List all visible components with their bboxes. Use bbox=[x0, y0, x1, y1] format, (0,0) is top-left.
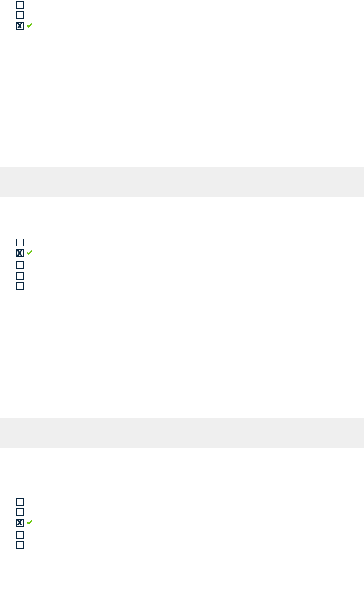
checkbox-unchecked[interactable] bbox=[16, 531, 24, 539]
checkbox-unchecked[interactable] bbox=[16, 282, 24, 290]
checkbox-unchecked[interactable] bbox=[16, 541, 24, 549]
option-row bbox=[16, 282, 348, 290]
options-list-2 bbox=[16, 239, 348, 290]
option-row bbox=[16, 11, 348, 19]
checkbox-unchecked[interactable] bbox=[16, 508, 24, 516]
checkbox-checked[interactable] bbox=[16, 519, 24, 527]
options-list-3 bbox=[16, 498, 348, 549]
option-row bbox=[16, 272, 348, 280]
question-block-1 bbox=[0, 1, 364, 30]
option-row bbox=[16, 498, 348, 506]
option-row bbox=[16, 508, 348, 516]
question-block-2 bbox=[0, 239, 364, 290]
option-row bbox=[16, 249, 348, 257]
checkbox-checked[interactable] bbox=[16, 22, 24, 30]
checkbox-unchecked[interactable] bbox=[16, 1, 24, 9]
question-block-3 bbox=[0, 498, 364, 549]
correct-check-icon bbox=[26, 250, 33, 257]
option-row bbox=[16, 239, 348, 246]
checkbox-unchecked[interactable] bbox=[16, 239, 24, 246]
checkbox-unchecked[interactable] bbox=[16, 11, 24, 19]
option-row bbox=[16, 541, 348, 549]
checkbox-unchecked[interactable] bbox=[16, 498, 24, 506]
options-list-1 bbox=[16, 1, 348, 30]
option-row bbox=[16, 519, 348, 527]
checkbox-unchecked[interactable] bbox=[16, 261, 24, 269]
checkbox-checked[interactable] bbox=[16, 249, 24, 257]
option-row bbox=[16, 531, 348, 539]
option-row bbox=[16, 261, 348, 269]
correct-check-icon bbox=[26, 22, 33, 29]
correct-check-icon bbox=[26, 519, 33, 526]
question-separator bbox=[0, 167, 364, 197]
checkbox-unchecked[interactable] bbox=[16, 272, 24, 280]
option-row bbox=[16, 1, 348, 9]
question-separator bbox=[0, 418, 364, 448]
option-row bbox=[16, 22, 348, 30]
